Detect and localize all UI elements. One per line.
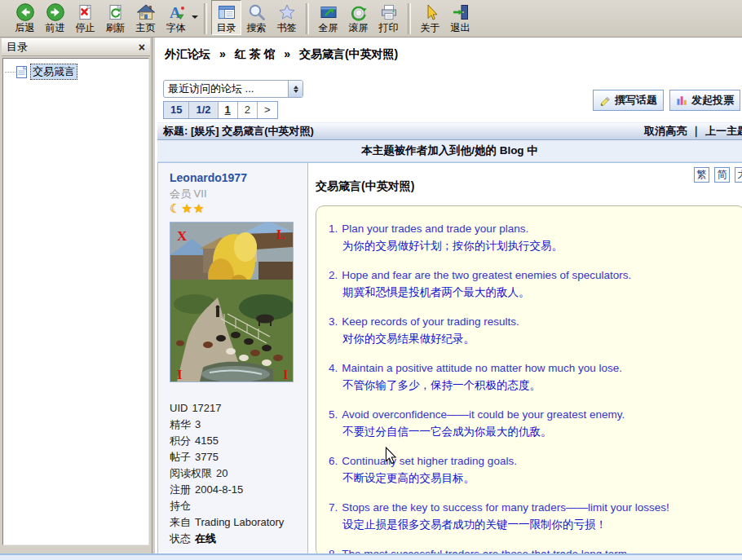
stop-icon [76, 2, 95, 22]
forward-button[interactable]: 前进 [40, 0, 70, 35]
sidebar-header: 目录 × [2, 38, 150, 56]
stat-value: 2004-8-15 [195, 483, 243, 496]
close-icon[interactable]: × [139, 42, 145, 53]
stat-value: 20 [216, 467, 227, 479]
maxim-item: 4.Maintain a positive attitude no matter… [329, 359, 735, 394]
font-dropdown-arrow[interactable] [192, 15, 198, 22]
tree-item[interactable]: 交易箴言 [5, 64, 148, 80]
directory-button[interactable]: 目录 [211, 0, 241, 35]
window-bottom-edge [0, 553, 742, 560]
toolbar-separator [408, 3, 411, 34]
maxim-chinese: 不断设定更高的交易目标。 [329, 470, 735, 487]
vote-chart-icon [676, 95, 688, 107]
previous-topic-link[interactable]: 上一主题 [705, 124, 742, 139]
document-icon [16, 66, 27, 78]
tree-connector [5, 72, 15, 73]
next-page-link[interactable]: > [258, 102, 277, 118]
home-icon [136, 2, 156, 22]
maxim-english: 4.Maintain a positive attitude no matter… [329, 359, 735, 377]
tree-item-label[interactable]: 交易箴言 [30, 64, 77, 80]
medals: ☾★★ [170, 202, 307, 215]
back-icon [15, 2, 35, 22]
topic-title-bar: 标题: [娱乐] 交易箴言(中英对照) 取消高亮 ｜ 上一主题 [157, 122, 742, 140]
browser-toolbar: 后退 前进 停止 刷新 主页 A 字体 目录 搜索 书签 全屏 滚屏 [0, 0, 742, 37]
topic-title: 标题: [娱乐] 交易箴言(中英对照) [163, 124, 644, 139]
refresh-icon [106, 2, 126, 22]
mouse-cursor [385, 447, 397, 465]
maxim-number: 1. [329, 223, 338, 235]
about-button[interactable]: 关于 [415, 0, 445, 35]
fullscreen-icon [319, 2, 338, 22]
stop-button[interactable]: 停止 [70, 0, 100, 35]
maxim-item: 1.Plan your trades and trade your plans.… [329, 220, 735, 254]
maxim-chinese: 不要过分自信一一它会成为你最大的仇敌。 [329, 423, 735, 440]
refresh-label: 刷新 [106, 23, 126, 33]
maxim-chinese: 为你的交易做好计划；按你的计划执行交易。 [329, 237, 735, 254]
compose-pencil-icon [599, 95, 612, 107]
recent-forums-dropdown[interactable]: 最近访问的论坛 ... [163, 80, 303, 98]
member-rank: 会员 VII [170, 187, 307, 201]
forward-label: 前进 [46, 23, 65, 33]
start-vote-button[interactable]: 发起投票 [669, 90, 740, 111]
author-stat-row: 持仓 [170, 498, 307, 514]
maxim-number: 7. [329, 501, 338, 514]
traditional-chinese-button[interactable]: 繁 [694, 167, 709, 183]
exit-label: 退出 [451, 23, 470, 33]
stat-value: 3 [195, 418, 201, 430]
page-1-link[interactable]: 1 [219, 102, 238, 118]
author-stat-row: 阅读权限20 [170, 465, 307, 482]
scroll-icon [349, 2, 369, 22]
search-button[interactable]: 搜索 [241, 0, 272, 35]
author-stats: UID17217 精华3 积分4155 帖子3775 阅 [170, 400, 307, 547]
scroll-button[interactable]: 滚屏 [343, 0, 373, 35]
fullscreen-label: 全屏 [319, 23, 338, 33]
breadcrumb-subforum[interactable]: 红 茶 馆 [235, 47, 276, 60]
breadcrumb: 外汇论坛 » 红 茶 馆 » 交易箴言(中英对照) [165, 47, 398, 62]
maxim-number: 6. [329, 455, 338, 467]
per-page-count: 15 [164, 102, 189, 118]
font-button[interactable]: A 字体 [161, 0, 191, 35]
pagination: 15 1/2 1 2 > [163, 101, 278, 119]
stat-label: UID [170, 402, 188, 414]
breadcrumb-forum[interactable]: 外汇论坛 [165, 47, 210, 60]
maxim-number: 3. [329, 315, 338, 328]
home-button[interactable]: 主页 [130, 0, 161, 35]
avatar-mark-top-left: X [177, 228, 188, 244]
print-icon [379, 2, 399, 22]
print-button[interactable]: 打印 [373, 0, 404, 35]
maxim-item: 2.Hope and fear are the two greatest ene… [329, 267, 735, 301]
maxim-english: 7.Stops are the key to success for many … [329, 499, 735, 516]
maxim-chinese: 设定止损是很多交易者成功的关键一一限制你的亏损！ [329, 516, 735, 533]
avatar-mark-top-right: L [276, 227, 285, 242]
maxim-item: 5.Avoid overconfidence——it could be your… [329, 406, 735, 440]
compose-topic-button[interactable]: 撰写话题 [593, 90, 664, 111]
author-stat-row: 来自Trading Laboratory [170, 514, 307, 531]
avatar-mark-bottom-right: I [283, 367, 289, 381]
sidebar-title: 目录 [7, 40, 139, 55]
back-button[interactable]: 后退 [10, 0, 40, 35]
fullscreen-button[interactable]: 全屏 [313, 0, 343, 35]
stat-label: 积分 [170, 434, 191, 447]
author-panel: Leonardo1977 会员 VII ☾★★ [158, 163, 308, 554]
stop-label: 停止 [76, 23, 95, 33]
page-2-link[interactable]: 2 [238, 102, 258, 118]
refresh-button[interactable]: 刷新 [100, 0, 130, 35]
large-font-button[interactable]: 大 [735, 167, 742, 183]
maxim-english: 2.Hope and fear are the two greatest ene… [329, 267, 735, 284]
username-link[interactable]: Leonardo1977 [170, 171, 307, 184]
simplified-chinese-button[interactable]: 简 [714, 167, 730, 183]
bookmark-button[interactable]: 书签 [272, 0, 302, 35]
exit-button[interactable]: 退出 [445, 0, 475, 35]
maxim-english: 3.Keep records of your trading results. [329, 313, 735, 330]
scroll-label: 滚屏 [349, 23, 369, 33]
blog-notice: 本主题被作者加入到他/她的 Blog 中 [157, 140, 742, 162]
dropdown-spinner-icon[interactable] [288, 81, 303, 97]
cancel-highlight-link[interactable]: 取消高亮 [644, 124, 687, 139]
avatar-mark-bottom-left: I [177, 367, 183, 381]
breadcrumb-topic[interactable]: 交易箴言(中英对照) [299, 47, 398, 60]
directory-icon [217, 2, 236, 22]
about-label: 关于 [421, 23, 440, 33]
maxim-english: 1.Plan your trades and trade your plans. [329, 220, 735, 237]
author-stat-row: 精华3 [170, 417, 307, 433]
language-buttons: 繁 简 大 [689, 167, 742, 183]
